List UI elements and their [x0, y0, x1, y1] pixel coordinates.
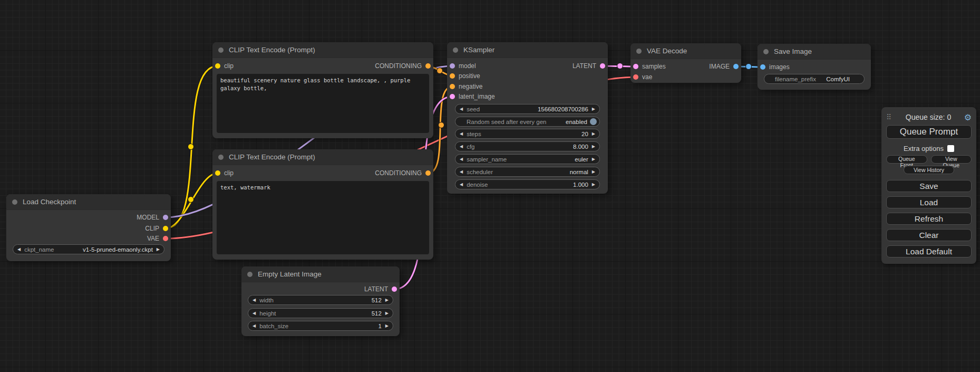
node-title-bar[interactable]: Empty Latent Image: [241, 266, 400, 282]
widget-cfg[interactable]: ◀cfg8.000▶: [455, 141, 600, 151]
widget-Random seed after every gen[interactable]: Random seed after every genenabled: [455, 117, 600, 127]
node-graph-canvas[interactable]: Load CheckpointMODELCLIPVAE◀ckpt_namev1-…: [0, 0, 980, 372]
widget-ckpt_name[interactable]: ◀ckpt_namev1-5-pruned-emaonly.ckpt▶: [13, 244, 164, 254]
widget-scheduler[interactable]: ◀schedulernormal▶: [455, 167, 600, 177]
clear-button[interactable]: Clear: [886, 229, 972, 241]
output-slot-dot[interactable]: [733, 64, 739, 69]
output-slot-dot[interactable]: [600, 63, 605, 69]
widget-seed[interactable]: ◀seed156680208700286▶: [455, 104, 600, 114]
node-title-bar[interactable]: VAE Decode: [630, 43, 741, 59]
output-slot-dot[interactable]: [425, 63, 431, 69]
node-clip-text-encode-positive[interactable]: CLIP Text Encode (Prompt)clipCONDITIONIN…: [212, 42, 433, 138]
save-button[interactable]: Save: [886, 180, 972, 192]
widget-value: v1-5-pruned-emaonly.ckpt: [57, 246, 152, 253]
widget-denoise[interactable]: ◀denoise1.000▶: [455, 179, 600, 189]
output-slot-IMAGE[interactable]: IMAGE: [709, 63, 739, 70]
widget-decrement-icon[interactable]: ◀: [460, 145, 463, 149]
queue-prompt-button[interactable]: Queue Prompt: [886, 125, 972, 139]
output-slot-MODEL[interactable]: MODEL: [137, 214, 168, 221]
node-title-bar[interactable]: Save Image: [758, 44, 871, 60]
widget-increment-icon[interactable]: ▶: [592, 107, 595, 111]
load-button[interactable]: Load: [886, 196, 972, 208]
widget-decrement-icon[interactable]: ◀: [253, 298, 256, 302]
input-slot-clip[interactable]: clip: [215, 169, 234, 177]
view-queue-button[interactable]: View Queue: [931, 155, 972, 164]
widget-decrement-icon[interactable]: ◀: [253, 324, 256, 328]
output-slot-dot[interactable]: [163, 236, 168, 241]
widget-filename_prefix[interactable]: filename_prefixComfyUI: [764, 74, 865, 84]
widget-increment-icon[interactable]: ▶: [592, 170, 595, 174]
input-slot-positive[interactable]: positive: [450, 72, 480, 80]
view-history-button[interactable]: View History: [904, 166, 954, 174]
widget-batch_size[interactable]: ◀batch_size1▶: [248, 321, 393, 331]
widget-decrement-icon[interactable]: ◀: [460, 132, 463, 136]
node-empty-latent-image[interactable]: Empty Latent ImageLATENT◀width512▶◀heigh…: [241, 266, 400, 336]
input-slot-negative[interactable]: negative: [450, 83, 482, 90]
output-slot-dot[interactable]: [163, 226, 168, 231]
output-slot-CONDITIONING[interactable]: CONDITIONING: [375, 169, 431, 177]
input-slot-vae[interactable]: vae: [633, 73, 652, 81]
load-default-button[interactable]: Load Default: [886, 245, 972, 257]
node-title-bar[interactable]: KSampler: [447, 42, 608, 58]
output-slot-LATENT[interactable]: LATENT: [573, 62, 605, 70]
toggle-knob-icon[interactable]: [590, 118, 597, 125]
widget-height[interactable]: ◀height512▶: [248, 308, 393, 318]
input-slot-samples[interactable]: samples: [633, 63, 666, 70]
input-slot-dot[interactable]: [215, 63, 220, 69]
widget-decrement-icon[interactable]: ◀: [460, 183, 463, 187]
widget-increment-icon[interactable]: ▶: [592, 145, 595, 149]
widget-decrement-icon[interactable]: ◀: [17, 247, 21, 252]
prompt-textarea[interactable]: beautiful scenery nature glass bottle la…: [217, 74, 429, 133]
extra-options-checkbox[interactable]: [947, 145, 954, 152]
input-slot-latent_image[interactable]: latent_image: [450, 93, 495, 100]
input-slot-dot[interactable]: [450, 63, 455, 69]
input-slot-clip[interactable]: clip: [215, 62, 234, 70]
widget-increment-icon[interactable]: ▶: [385, 324, 389, 328]
input-slot-dot[interactable]: [450, 73, 455, 79]
node-clip-text-encode-negative[interactable]: CLIP Text Encode (Prompt)clipCONDITIONIN…: [212, 149, 433, 260]
node-vae-decode[interactable]: VAE DecodesamplesvaeIMAGE: [630, 43, 741, 83]
output-slot-VAE[interactable]: VAE: [147, 235, 168, 242]
widget-decrement-icon[interactable]: ◀: [460, 107, 463, 111]
node-title-bar[interactable]: CLIP Text Encode (Prompt): [212, 149, 433, 165]
widget-decrement-icon[interactable]: ◀: [460, 170, 463, 174]
input-slot-dot[interactable]: [450, 84, 455, 89]
output-slot-dot[interactable]: [392, 287, 397, 292]
widget-increment-icon[interactable]: ▶: [592, 157, 595, 161]
queue-front-button[interactable]: Queue Front: [886, 155, 927, 164]
node-load-checkpoint[interactable]: Load CheckpointMODELCLIPVAE◀ckpt_namev1-…: [6, 194, 171, 261]
input-slot-model[interactable]: model: [450, 62, 476, 70]
output-slot-label: LATENT: [364, 285, 388, 293]
output-slot-CONDITIONING[interactable]: CONDITIONING: [375, 62, 431, 70]
widget-increment-icon[interactable]: ▶: [157, 247, 160, 252]
widget-decrement-icon[interactable]: ◀: [253, 311, 256, 316]
input-slot-dot[interactable]: [760, 64, 765, 70]
widget-increment-icon[interactable]: ▶: [592, 132, 595, 136]
output-slot-LATENT[interactable]: LATENT: [364, 285, 397, 293]
widget-increment-icon[interactable]: ▶: [385, 298, 389, 302]
widget-decrement-icon[interactable]: ◀: [460, 157, 463, 161]
widget-sampler_name[interactable]: ◀sampler_nameeuler▶: [455, 154, 600, 164]
refresh-button[interactable]: Refresh: [886, 213, 972, 225]
output-slot-CLIP[interactable]: CLIP: [145, 225, 168, 232]
output-slot-dot[interactable]: [163, 215, 168, 220]
widget-steps[interactable]: ◀steps20▶: [455, 129, 600, 139]
node-title-bar[interactable]: CLIP Text Encode (Prompt): [212, 42, 433, 58]
input-slot-images[interactable]: images: [760, 63, 790, 71]
prompt-textarea[interactable]: text, watermark: [217, 181, 429, 254]
queue-size-label: Queue size: 0: [895, 113, 962, 121]
input-slot-dot[interactable]: [633, 74, 638, 80]
widget-increment-icon[interactable]: ▶: [385, 311, 389, 316]
node-ksampler[interactable]: KSamplermodelpositivenegativelatent_imag…: [447, 42, 608, 194]
node-save-image[interactable]: Save Imageimagesfilename_prefixComfyUI: [758, 44, 871, 90]
input-slot-dot[interactable]: [450, 94, 455, 99]
output-slot-dot[interactable]: [425, 170, 431, 176]
node-title-bar[interactable]: Load Checkpoint: [6, 194, 171, 210]
input-slot-dot[interactable]: [215, 170, 220, 176]
widget-increment-icon[interactable]: ▶: [592, 183, 595, 187]
input-slot-dot[interactable]: [633, 64, 638, 69]
widget-width[interactable]: ◀width512▶: [248, 295, 393, 305]
drag-handle-icon[interactable]: ⠿: [886, 113, 895, 121]
output-slot-label: CLIP: [145, 225, 159, 232]
settings-gear-icon[interactable]: ⚙: [962, 112, 972, 122]
